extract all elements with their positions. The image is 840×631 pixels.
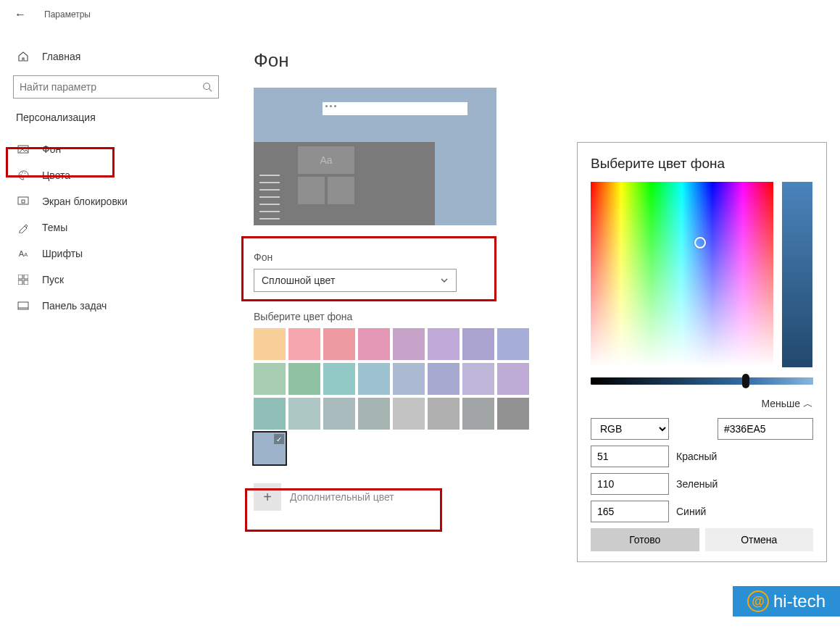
- color-swatch[interactable]: [462, 363, 494, 395]
- less-label: Меньше: [761, 398, 800, 409]
- fonts-icon: AA: [16, 249, 30, 258]
- svg-rect-9: [18, 275, 22, 279]
- color-swatch[interactable]: [288, 328, 320, 360]
- color-swatch[interactable]: [428, 363, 459, 395]
- color-swatch[interactable]: [323, 398, 355, 430]
- color-swatch[interactable]: [428, 328, 459, 360]
- preview-tile-sample: Aa: [297, 146, 355, 175]
- home-icon: [16, 51, 30, 62]
- blue-label: Синий: [676, 506, 706, 517]
- red-input[interactable]: [591, 446, 669, 467]
- color-swatch[interactable]: [254, 398, 286, 430]
- color-model-select[interactable]: RGBHSV: [591, 418, 669, 440]
- svg-line-1: [209, 89, 212, 92]
- dropdown-value: Сплошной цвет: [262, 275, 335, 286]
- svg-rect-12: [24, 280, 28, 285]
- sidebar-item-fonts[interactable]: AA Шрифты: [7, 241, 225, 267]
- less-toggle[interactable]: Меньше ︿: [591, 398, 813, 411]
- search-icon: [202, 82, 212, 92]
- sidebar-item-label: Панель задач: [42, 300, 107, 312]
- sidebar-item-themes[interactable]: Темы: [7, 214, 225, 241]
- taskbar-icon: [16, 300, 30, 312]
- color-picker-panel: Выберите цвет фона Меньше ︿ RGBHSV Красн…: [577, 142, 827, 562]
- add-color-label: Дополнительный цвет: [290, 491, 394, 503]
- color-swatch[interactable]: [393, 398, 425, 430]
- search-input[interactable]: [20, 81, 202, 93]
- watermark: @ hi-tech: [733, 586, 840, 617]
- svg-rect-8: [22, 200, 25, 203]
- sidebar-item-label: Фон: [42, 143, 61, 155]
- svg-rect-10: [24, 275, 28, 279]
- color-swatch[interactable]: [462, 328, 494, 360]
- desktop-preview: Aa: [254, 88, 496, 225]
- page-title: Фон: [254, 49, 840, 72]
- palette-icon: [16, 170, 30, 181]
- svg-point-4: [20, 174, 22, 175]
- chevron-down-icon: [440, 276, 449, 285]
- sidebar-item-taskbar[interactable]: Панель задач: [7, 293, 225, 319]
- plus-icon: +: [254, 483, 281, 511]
- sidebar-item-label: Пуск: [42, 274, 64, 285]
- color-swatch[interactable]: [288, 398, 320, 430]
- sidebar-item-label: Цвета: [42, 170, 70, 181]
- background-type-dropdown[interactable]: Сплошной цвет: [254, 269, 457, 292]
- back-arrow-icon[interactable]: ←: [14, 8, 26, 21]
- sidebar-item-label: Шрифты: [42, 248, 83, 259]
- color-swatch[interactable]: [358, 328, 390, 360]
- window-title: Параметры: [44, 9, 91, 20]
- hex-input[interactable]: [718, 418, 813, 440]
- slider-knob[interactable]: [742, 374, 749, 388]
- sidebar-section-label: Персонализация: [7, 112, 225, 136]
- color-swatch[interactable]: [497, 398, 529, 430]
- cancel-button[interactable]: Отмена: [705, 528, 814, 551]
- spectrum-knob[interactable]: [694, 237, 706, 248]
- sidebar-item-start[interactable]: Пуск: [7, 267, 225, 293]
- sidebar: Главная Персонализация Фон Цвета Экран б…: [0, 29, 232, 631]
- color-swatch[interactable]: [497, 328, 529, 360]
- search-input-wrapper[interactable]: [13, 75, 219, 99]
- at-icon: @: [747, 590, 769, 612]
- swatch-grid: [254, 328, 532, 464]
- value-slider[interactable]: [591, 377, 813, 385]
- svg-rect-11: [18, 280, 22, 285]
- color-swatch[interactable]: [428, 398, 459, 430]
- color-swatch[interactable]: [254, 328, 286, 360]
- green-input[interactable]: [591, 473, 669, 495]
- color-swatch[interactable]: [358, 363, 390, 395]
- picker-title: Выберите цвет фона: [591, 156, 813, 172]
- color-spectrum[interactable]: [591, 182, 773, 367]
- sidebar-home[interactable]: Главная: [7, 43, 225, 70]
- svg-point-3: [20, 148, 22, 150]
- color-swatch[interactable]: [358, 398, 390, 430]
- color-swatch[interactable]: [323, 328, 355, 360]
- color-swatch[interactable]: [393, 328, 425, 360]
- ok-button[interactable]: Готово: [591, 528, 699, 551]
- svg-point-6: [25, 172, 26, 174]
- themes-icon: [16, 222, 30, 233]
- sidebar-item-label: Экран блокировки: [42, 196, 128, 207]
- color-swatch[interactable]: [254, 363, 286, 395]
- sidebar-home-label: Главная: [42, 51, 80, 62]
- sidebar-item-lockscreen[interactable]: Экран блокировки: [7, 188, 225, 214]
- watermark-text: hi-tech: [773, 591, 826, 611]
- lockscreen-icon: [16, 196, 30, 207]
- start-icon: [16, 275, 30, 285]
- color-swatch[interactable]: [288, 363, 320, 395]
- svg-point-5: [22, 172, 23, 174]
- sidebar-item-label: Темы: [42, 222, 67, 233]
- picture-icon: [16, 143, 30, 155]
- chevron-up-icon: ︿: [803, 398, 813, 409]
- svg-point-0: [204, 83, 210, 90]
- color-swatch[interactable]: [393, 363, 425, 395]
- color-swatch[interactable]: [497, 363, 529, 395]
- color-swatch[interactable]: [323, 363, 355, 395]
- color-swatch[interactable]: [462, 398, 494, 430]
- luminosity-bar[interactable]: [782, 182, 812, 367]
- blue-input[interactable]: [591, 501, 669, 522]
- color-swatch[interactable]: [254, 432, 286, 464]
- sidebar-item-colors[interactable]: Цвета: [7, 162, 225, 188]
- green-label: Зеленый: [676, 478, 718, 490]
- preview-window: [323, 102, 467, 115]
- sidebar-item-background[interactable]: Фон: [7, 136, 225, 162]
- red-label: Красный: [676, 451, 717, 462]
